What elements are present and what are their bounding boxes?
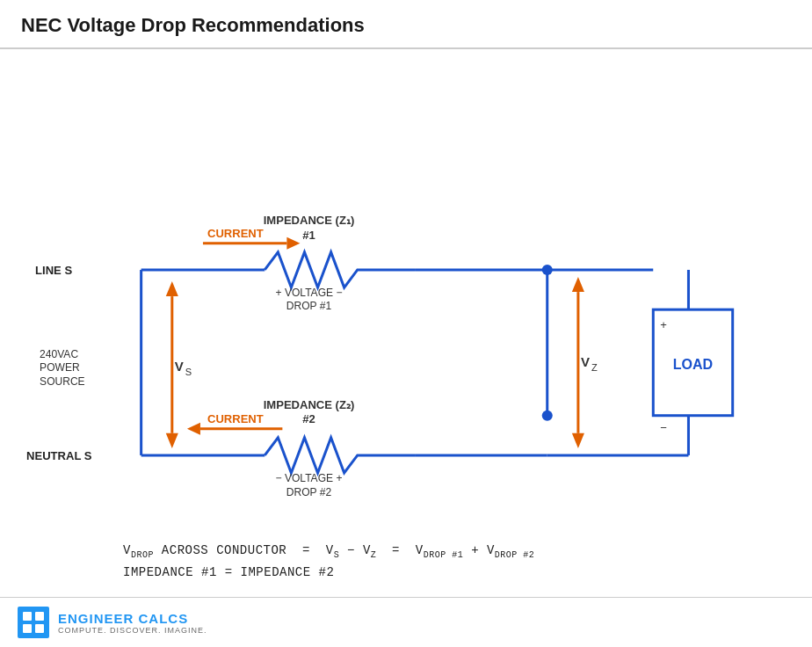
svg-text:#2: #2 bbox=[302, 412, 315, 425]
svg-text:V: V bbox=[175, 359, 184, 374]
brand-icon bbox=[18, 607, 49, 638]
svg-text:SOURCE: SOURCE bbox=[40, 375, 85, 388]
svg-text:− VOLTAGE +: − VOLTAGE + bbox=[276, 472, 343, 484]
svg-text:+ VOLTAGE −: + VOLTAGE − bbox=[276, 287, 343, 299]
title-bar: NEC Voltage Drop Recommendations bbox=[0, 0, 812, 49]
formula-line-2: IMPEDANCE #1 = IMPEDANCE #2 bbox=[123, 565, 777, 579]
svg-rect-47 bbox=[23, 624, 32, 633]
svg-text:−: − bbox=[660, 421, 667, 434]
svg-text:CURRENT: CURRENT bbox=[207, 412, 264, 425]
footer-text: ENGINEER CALCS COMPUTE. DISCOVER. IMAGIN… bbox=[58, 611, 207, 635]
svg-text:IMPEDANCE (Z₁): IMPEDANCE (Z₁) bbox=[264, 214, 355, 227]
svg-text:IMPEDANCE (Z₂): IMPEDANCE (Z₂) bbox=[264, 398, 355, 411]
svg-text:DROP #1: DROP #1 bbox=[286, 300, 332, 312]
svg-point-4 bbox=[542, 411, 553, 421]
page-container: NEC Voltage Drop Recommendations bbox=[0, 0, 812, 647]
svg-marker-23 bbox=[166, 281, 178, 296]
svg-text:Z: Z bbox=[591, 362, 598, 373]
svg-marker-24 bbox=[166, 433, 178, 448]
svg-rect-45 bbox=[23, 612, 32, 621]
svg-text:POWER: POWER bbox=[40, 361, 80, 374]
svg-marker-29 bbox=[572, 433, 584, 448]
svg-rect-46 bbox=[35, 612, 44, 621]
svg-text:DROP #2: DROP #2 bbox=[286, 486, 332, 498]
svg-marker-28 bbox=[572, 277, 584, 292]
svg-text:V: V bbox=[581, 354, 590, 369]
svg-text:+: + bbox=[660, 318, 667, 331]
brand-tagline: COMPUTE. DISCOVER. IMAGINE. bbox=[58, 626, 207, 635]
svg-marker-17 bbox=[286, 237, 300, 250]
circuit-diagram: LOAD + − CURRENT bbox=[18, 58, 794, 534]
diagram-area: LOAD + − CURRENT bbox=[18, 58, 794, 534]
svg-marker-20 bbox=[187, 423, 200, 435]
svg-text:LOAD: LOAD bbox=[673, 356, 714, 372]
page-title: NEC Voltage Drop Recommendations bbox=[21, 14, 365, 36]
brand-name: ENGINEER CALCS bbox=[58, 611, 207, 626]
svg-text:S: S bbox=[185, 367, 192, 378]
svg-text:CURRENT: CURRENT bbox=[207, 227, 264, 240]
svg-rect-48 bbox=[35, 624, 44, 633]
svg-text:NEUTRAL S: NEUTRAL S bbox=[26, 449, 92, 462]
formula-area: VDROP ACROSS CONDUCTOR = VS − VZ = VDROP… bbox=[0, 534, 812, 597]
svg-text:240VAC: 240VAC bbox=[40, 348, 78, 360]
footer: ENGINEER CALCS COMPUTE. DISCOVER. IMAGIN… bbox=[0, 597, 812, 647]
formula-line-1: VDROP ACROSS CONDUCTOR = VS − VZ = VDROP… bbox=[123, 543, 777, 560]
main-content: LOAD + − CURRENT bbox=[0, 49, 812, 597]
grid-icon bbox=[21, 610, 46, 635]
svg-text:LINE S: LINE S bbox=[35, 264, 72, 277]
svg-text:#1: #1 bbox=[302, 229, 315, 242]
